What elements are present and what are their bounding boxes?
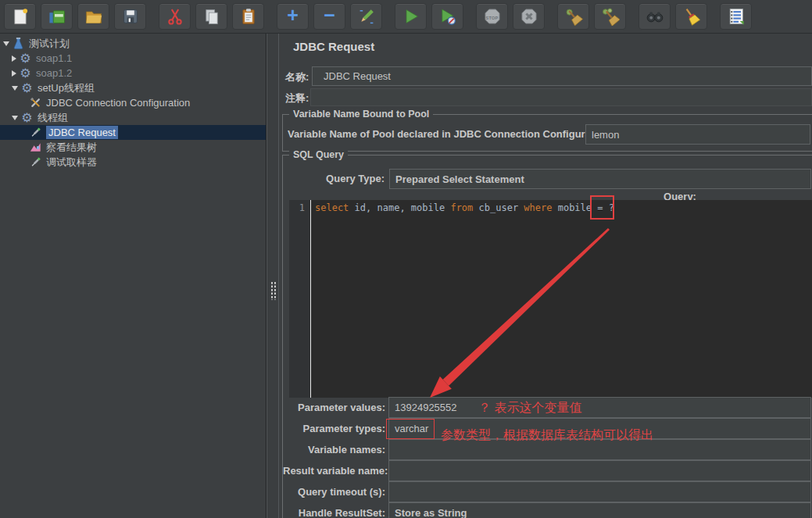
minus-icon: −	[324, 5, 335, 25]
shutdown-icon	[520, 7, 538, 26]
sql-code-line[interactable]: select id, name, mobile from cb_user whe…	[315, 202, 614, 213]
expand-arrow-icon[interactable]	[12, 86, 18, 91]
name-field[interactable]: JDBC Request	[312, 66, 812, 86]
query-type-select[interactable]: Prepared Select Statement	[389, 169, 811, 189]
tree-item-jdbc-connection-configuration[interactable]: JDBC Connection Configuration	[0, 95, 266, 110]
tree-item-setup-thread-group[interactable]: ⚙ setUp线程组	[0, 80, 266, 95]
sql-token: from	[450, 202, 478, 213]
tree-item-label: JDBC Request	[46, 126, 118, 139]
remove-button[interactable]: −	[313, 3, 345, 30]
tree-item-view-results-tree[interactable]: 察看结果树	[0, 140, 266, 155]
question-mark-highlight-box	[590, 195, 614, 220]
cut-button[interactable]	[159, 3, 191, 30]
variable-names-label: Variable names:	[283, 444, 385, 455]
templates-icon	[48, 7, 66, 26]
sql-token: select	[315, 202, 355, 213]
sql-query-group: SQL Query Query Type: Prepared Select St…	[282, 155, 812, 518]
paste-icon	[239, 7, 258, 26]
open-button[interactable]	[77, 3, 109, 30]
expand-arrow-icon[interactable]	[12, 70, 16, 77]
tree-item-jdbc-request[interactable]: JDBC Request	[0, 125, 266, 140]
stop-icon-label: STOP	[477, 16, 507, 20]
broom-icon	[682, 7, 701, 26]
clear-icon	[564, 7, 583, 26]
start-icon	[402, 7, 420, 26]
thread-group-icon: ⚙	[20, 81, 34, 95]
templates-button[interactable]	[41, 3, 73, 30]
save-icon	[121, 7, 140, 26]
paste-button[interactable]	[232, 3, 264, 30]
jdbc-request-panel: JDBC Request 名称: JDBC Request 注释: Variab…	[279, 34, 812, 518]
query-timeout-field[interactable]	[388, 481, 811, 502]
sql-editor[interactable]: 1 select id, name, mobile from cb_user w…	[289, 200, 812, 398]
editor-gutter: 1	[289, 200, 311, 398]
query-timeout-label: Query timeout (s):	[283, 486, 385, 498]
annotation-question-note: ？ 表示这个变量值	[478, 400, 581, 416]
open-folder-icon	[84, 7, 103, 26]
tree-item-soap1-1[interactable]: ⚙ soap1.1	[0, 51, 266, 66]
tree-item-label: 测试计划	[29, 37, 70, 51]
tree-item-label: 线程组	[38, 111, 68, 125]
stop-button[interactable]: STOP	[476, 3, 508, 30]
result-variable-name-label: Result variable name:	[283, 465, 385, 477]
test-plan-tree: 测试计划 ⚙ soap1.1 ⚙ soap1.2 ⚙ setUp线程组 JDBC…	[0, 34, 266, 518]
start-button[interactable]	[395, 3, 427, 30]
comment-field[interactable]	[310, 88, 812, 106]
function-helper-icon	[727, 7, 746, 26]
annotation-parameter-type-note: 参数类型，根据数据库表结构可以得出	[441, 427, 653, 444]
test-plan-icon	[12, 37, 25, 50]
sql-token: cb_user	[479, 202, 524, 213]
splitter-grip-icon[interactable]	[270, 281, 277, 300]
save-button[interactable]	[114, 3, 146, 30]
parameter-values-label: Parameter values:	[283, 402, 385, 413]
thread-group-icon: ⚙	[20, 111, 34, 124]
handle-resultset-select[interactable]: Store as String	[388, 502, 811, 518]
tree-item-label: 察看结果树	[46, 141, 97, 155]
start-no-pauses-button[interactable]	[431, 3, 463, 30]
sampler-dropper-icon	[29, 155, 42, 169]
content-area: 测试计划 ⚙ soap1.1 ⚙ soap1.2 ⚙ setUp线程组 JDBC…	[0, 34, 812, 518]
tree-item-label: soap1.2	[36, 67, 72, 79]
binoculars-icon	[646, 7, 664, 26]
parameter-types-label: Parameter types:	[283, 423, 385, 434]
handle-resultset-label: Handle ResultSet:	[283, 507, 385, 518]
sql-token: where	[524, 202, 557, 213]
new-button[interactable]	[4, 3, 36, 30]
tree-item-soap1-2[interactable]: ⚙ soap1.2	[0, 66, 266, 80]
function-helper-button[interactable]	[720, 3, 752, 30]
plus-icon: +	[287, 5, 299, 25]
tree-item-thread-group[interactable]: ⚙ 线程组	[0, 110, 266, 125]
copy-icon	[202, 7, 221, 26]
edit-button[interactable]	[350, 3, 382, 30]
tree-item-label: soap1.1	[36, 52, 72, 64]
thread-group-icon: ⚙	[19, 52, 32, 65]
search-button[interactable]	[639, 3, 671, 30]
expand-arrow-icon[interactable]	[3, 41, 9, 46]
sql-token: id, name, mobile	[355, 202, 451, 213]
expand-arrow-icon[interactable]	[12, 55, 16, 62]
copy-button[interactable]	[195, 3, 227, 30]
clear-all-icon	[601, 7, 620, 26]
result-variable-name-field[interactable]	[388, 460, 811, 481]
search-reset-button[interactable]	[675, 3, 707, 30]
sampler-dropper-icon	[29, 126, 42, 139]
add-button[interactable]: +	[277, 3, 309, 30]
thread-group-icon: ⚙	[19, 66, 32, 80]
expand-arrow-icon[interactable]	[12, 116, 18, 120]
tree-item-debug-sampler[interactable]: 调试取样器	[0, 155, 266, 170]
comment-label: 注释:	[285, 91, 309, 105]
pool-group-title: Variable Name Bound to Pool	[289, 109, 433, 120]
pool-variable-field[interactable]: lemon	[585, 124, 810, 145]
clear-all-button[interactable]	[594, 3, 626, 30]
page-title: JDBC Request	[293, 40, 374, 53]
parameter-values-field[interactable]: 13924925552	[388, 397, 811, 418]
tree-item-label: JDBC Connection Configuration	[46, 97, 190, 109]
clear-button[interactable]	[557, 3, 589, 30]
pool-variable-label: Variable Name of Pool declared in JDBC C…	[288, 128, 613, 140]
varchar-highlight-box	[386, 419, 435, 439]
results-tree-icon	[29, 141, 42, 154]
panel-splitter[interactable]	[266, 34, 279, 518]
shutdown-button[interactable]	[513, 3, 545, 30]
tree-item-test-plan[interactable]: 测试计划	[0, 36, 266, 51]
cut-icon	[166, 7, 184, 26]
